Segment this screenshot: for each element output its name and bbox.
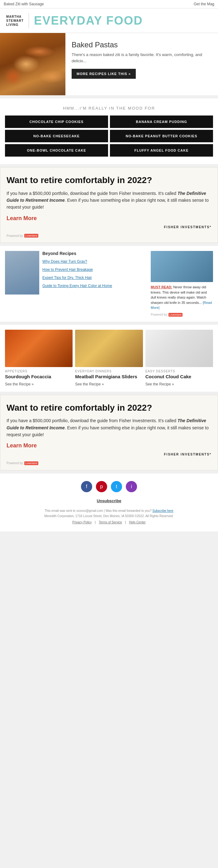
ad2-body: If you have a $500,000 portfolio, downlo… xyxy=(6,417,212,438)
ad-section-1: Want to retire comfortably in 2022? If y… xyxy=(0,167,218,243)
social-icons: f p t i xyxy=(5,481,213,492)
beyond-powered-by: Powered by LiveIntent xyxy=(151,313,213,317)
header: MARTHA STEWART LIVING EVERYDAY FOOD xyxy=(0,8,218,33)
beyond-powered-label: Powered by xyxy=(151,313,167,316)
mood-btn-2[interactable]: NO-BAKE CHEESECAKE xyxy=(5,130,108,142)
unsubscribe-link[interactable]: Unsubscribe xyxy=(5,498,213,503)
recipe-name-1: Meatball Parmigiana Sliders xyxy=(75,374,143,379)
logo-line3: LIVING xyxy=(6,23,24,27)
recipe-card-0: APPETIZERS Sourdough Focaccia See the Re… xyxy=(5,330,72,387)
logo-line1: MARTHA xyxy=(6,14,24,19)
recipe-image-sliders xyxy=(75,330,143,367)
beyond-li-logo: LiveIntent xyxy=(168,313,183,317)
top-bar-right[interactable]: Get the Mag xyxy=(194,2,214,6)
top-bar-left[interactable]: Baked Ziti with Sausage xyxy=(4,2,44,6)
instagram-icon[interactable]: i xyxy=(126,481,137,492)
footer-sep1: | xyxy=(95,521,96,524)
hero-subtitle: Baked Pastas xyxy=(72,40,212,49)
hero-content: Baked Pastas There's a reason baked ziti… xyxy=(65,33,218,86)
terms-of-service-link[interactable]: Terms of Service xyxy=(99,521,122,524)
ad1-powered-label: Powered by xyxy=(6,234,23,238)
ad2-body1: If you have a $500,000 portfolio, downlo… xyxy=(6,418,178,423)
recipes-section: APPETIZERS Sourdough Focaccia See the Re… xyxy=(0,325,218,392)
footer-text1: This email was sent to xxxxxx@gmail.com … xyxy=(44,509,151,513)
mood-title: HMM...I'M REALLY IN THE MOOD FOR xyxy=(5,106,213,111)
social-section: f p t i Unsubscribe This email was sent … xyxy=(0,473,218,531)
ad1-title: Want to retire comfortably in 2022? xyxy=(6,175,212,186)
footer-sep2: | xyxy=(125,521,126,524)
recipe-category-2: EASY DESSERTS xyxy=(146,370,213,373)
ad1-body: If you have a $500,000 portfolio, downlo… xyxy=(6,190,212,211)
must-read-label: MUST READ: xyxy=(151,285,172,289)
ad2-title: Want to retire comfortably in 2022? xyxy=(6,403,212,413)
top-bar: Baked Ziti with Sausage Get the Mag xyxy=(0,0,218,8)
privacy-policy-link[interactable]: Privacy Policy xyxy=(72,521,92,524)
beyond-right-image xyxy=(151,251,213,282)
recipes-grid: APPETIZERS Sourdough Focaccia See the Re… xyxy=(5,330,213,387)
recipe-category-1: EVERYDAY DINNERS xyxy=(75,370,143,373)
ad2-powered-by: Powered by LiveIntent xyxy=(6,461,212,465)
brand-title: EVERYDAY FOOD xyxy=(34,14,143,27)
recipe-image-focaccia xyxy=(5,330,72,367)
logo-text: MARTHA STEWART LIVING xyxy=(6,14,24,27)
ad2-powered-label: Powered by xyxy=(6,461,23,465)
recipe-card-1: EVERYDAY DINNERS Meatball Parmigiana Sli… xyxy=(75,330,143,387)
ad2-brand: FISHER INVESTMENTS* xyxy=(6,453,212,459)
mood-section: HMM...I'M REALLY IN THE MOOD FOR CHOCOLA… xyxy=(0,98,218,164)
mood-grid: CHOCOLATE CHIP COOKIES BANANA CREAM PUDD… xyxy=(5,116,213,157)
help-center-link[interactable]: Help Center xyxy=(129,521,146,524)
ad-section-2: Want to retire comfortably in 2022? If y… xyxy=(0,395,218,470)
ad1-li-logo: LiveIntent xyxy=(24,234,38,238)
beyond-section: Beyond Recipes Why Does Hair Turn Gray? … xyxy=(0,246,218,321)
ad1-brand-name: FISHER INVESTMENTS xyxy=(164,225,210,229)
footer-text: This email was sent to xxxxxx@gmail.com … xyxy=(15,508,203,519)
mood-btn-5[interactable]: FLUFFY ANGEL FOOD CAKE xyxy=(110,144,213,157)
mood-btn-0[interactable]: CHOCOLATE CHIP COOKIES xyxy=(5,116,108,128)
hero-image xyxy=(0,33,65,95)
recipe-link-0[interactable]: See the Recipe » xyxy=(5,382,34,386)
ad1-powered-by: Powered by LiveIntent xyxy=(6,234,212,238)
hero-section: Baked Pastas There's a reason baked ziti… xyxy=(0,33,218,95)
ad2-li-logo: LiveIntent xyxy=(24,461,38,465)
beyond-left: Beyond Recipes Why Does Hair Turn Gray? … xyxy=(5,251,148,317)
header-divider xyxy=(29,13,29,28)
facebook-icon[interactable]: f xyxy=(81,481,92,492)
recipe-link-2[interactable]: See the Recipe » xyxy=(146,382,174,386)
ad1-learn-more[interactable]: Learn More xyxy=(6,215,212,222)
twitter-icon[interactable]: t xyxy=(111,481,122,492)
ad2-brand-sup: * xyxy=(210,453,212,456)
mood-btn-1[interactable]: BANANA CREAM PUDDING xyxy=(110,116,213,128)
recipe-category-0: APPETIZERS xyxy=(5,370,72,373)
recipe-name-2: Coconut Cloud Cake xyxy=(146,374,213,379)
ad2-brand-name: FISHER INVESTMENTS xyxy=(164,453,210,456)
more-recipes-button[interactable]: MORE RECIPES LIKE THIS » xyxy=(72,69,136,79)
ad1-body1: If you have a $500,000 portfolio, downlo… xyxy=(6,191,178,196)
footer-links: Privacy Policy | Terms of Service | Help… xyxy=(5,521,213,524)
footer-text2: Meredith Corporation, 1716 Locust Street… xyxy=(44,514,174,518)
mood-btn-4[interactable]: ONE-BOWL CHOCOLATE CAKE xyxy=(5,144,108,157)
ad2-learn-more[interactable]: Learn More xyxy=(6,442,212,449)
beyond-must-read: MUST READ: Never throw away old knives. … xyxy=(151,284,213,310)
recipe-image-cake xyxy=(146,330,213,367)
logo-line2: STEWART xyxy=(6,19,24,23)
subscribe-link[interactable]: Subscribe here xyxy=(152,509,173,513)
recipe-card-2: EASY DESSERTS Coconut Cloud Cake See the… xyxy=(146,330,213,387)
mood-btn-3[interactable]: NO-BAKE PEANUT BUTTER COOKIES xyxy=(110,130,213,142)
beyond-left-image xyxy=(5,251,39,294)
recipe-name-0: Sourdough Focaccia xyxy=(5,374,72,379)
pinterest-icon[interactable]: p xyxy=(96,481,107,492)
ad1-brand: FISHER INVESTMENTS* xyxy=(6,225,212,231)
hero-description: There's a reason baked ziti is a family … xyxy=(72,52,212,64)
recipe-link-1[interactable]: See the Recipe » xyxy=(75,382,104,386)
beyond-right: MUST READ: Never throw away old knives. … xyxy=(151,251,213,317)
pasta-visual xyxy=(0,33,65,95)
ad1-brand-sup: * xyxy=(210,225,212,229)
